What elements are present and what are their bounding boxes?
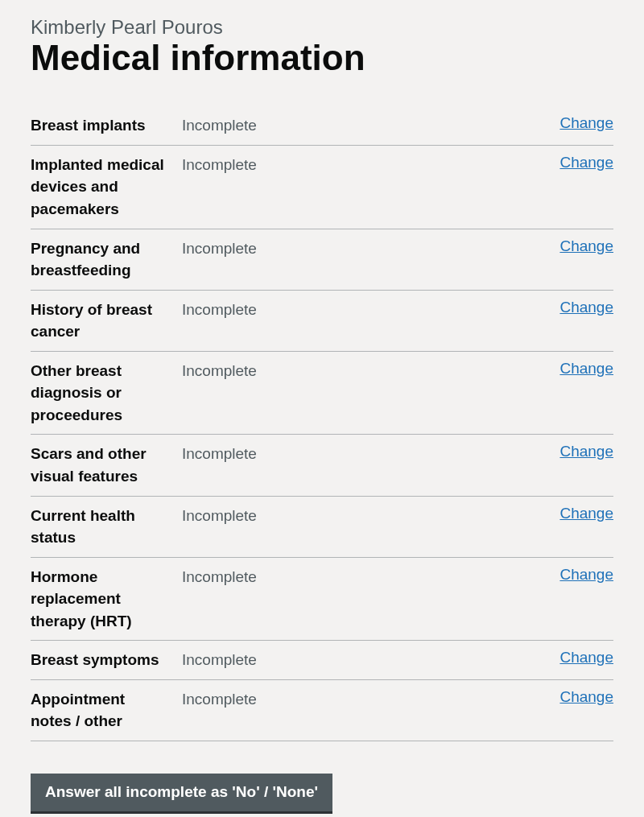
summary-action: Change — [559, 688, 613, 706]
summary-row: Hormone replacement therapy (HRT)Incompl… — [31, 558, 613, 642]
summary-key: Appointment notes / other — [31, 688, 182, 732]
summary-action: Change — [559, 443, 613, 460]
summary-action: Change — [559, 505, 613, 522]
summary-row: Other breast diagnosis or proceeduresInc… — [31, 352, 613, 435]
change-link[interactable]: Change — [559, 114, 613, 131]
summary-action: Change — [559, 299, 613, 316]
page-caption: Kimberly Pearl Pouros — [31, 16, 223, 38]
summary-value: Incomplete — [182, 443, 559, 465]
summary-key: Pregnancy and breastfeeding — [31, 237, 182, 282]
summary-action: Change — [559, 154, 613, 171]
summary-row: Breast implantsIncompleteChange — [31, 106, 613, 146]
summary-key: Other breast diagnosis or proceedures — [31, 360, 182, 427]
summary-key: Current health status — [31, 505, 182, 549]
summary-row: Breast symptomsIncompleteChange — [31, 641, 613, 680]
summary-row: Scars and other visual featuresIncomplet… — [31, 435, 613, 496]
summary-value: Incomplete — [182, 154, 559, 176]
summary-value: Incomplete — [182, 360, 559, 382]
change-link[interactable]: Change — [559, 505, 613, 522]
summary-row: Appointment notes / otherIncompleteChang… — [31, 680, 613, 741]
summary-row: History of breast cancerIncompleteChange — [31, 291, 613, 352]
summary-value: Incomplete — [182, 688, 559, 711]
summary-action: Change — [559, 360, 613, 378]
change-link[interactable]: Change — [559, 688, 613, 705]
summary-action: Change — [559, 237, 613, 255]
summary-value: Incomplete — [182, 114, 559, 137]
change-link[interactable]: Change — [559, 443, 613, 460]
summary-action: Change — [559, 649, 613, 666]
answer-all-none-button[interactable]: Answer all incomplete as 'No' / 'None' — [31, 774, 332, 811]
summary-value: Incomplete — [182, 299, 559, 321]
summary-list: Breast implantsIncompleteChangeImplanted… — [31, 106, 613, 741]
summary-row: Implanted medical devices and pacemakers… — [31, 146, 613, 229]
change-link[interactable]: Change — [559, 360, 613, 377]
change-link[interactable]: Change — [559, 649, 613, 666]
summary-value: Incomplete — [182, 237, 559, 260]
summary-row: Pregnancy and breastfeedingIncompleteCha… — [31, 229, 613, 291]
summary-value: Incomplete — [182, 649, 559, 671]
summary-key: History of breast cancer — [31, 299, 182, 343]
summary-key: Scars and other visual features — [31, 443, 182, 487]
change-link[interactable]: Change — [559, 154, 613, 171]
change-link[interactable]: Change — [559, 566, 613, 583]
summary-key: Breast symptoms — [31, 649, 182, 671]
summary-action: Change — [559, 114, 613, 132]
summary-value: Incomplete — [182, 566, 559, 588]
change-link[interactable]: Change — [559, 299, 613, 316]
change-link[interactable]: Change — [559, 237, 613, 254]
summary-row: Current health statusIncompleteChange — [31, 497, 613, 558]
summary-action: Change — [559, 566, 613, 584]
page-title: Medical information — [31, 39, 613, 77]
summary-value: Incomplete — [182, 505, 559, 527]
summary-key: Breast implants — [31, 114, 182, 137]
summary-key: Implanted medical devices and pacemakers — [31, 154, 182, 221]
summary-key: Hormone replacement therapy (HRT) — [31, 566, 182, 633]
